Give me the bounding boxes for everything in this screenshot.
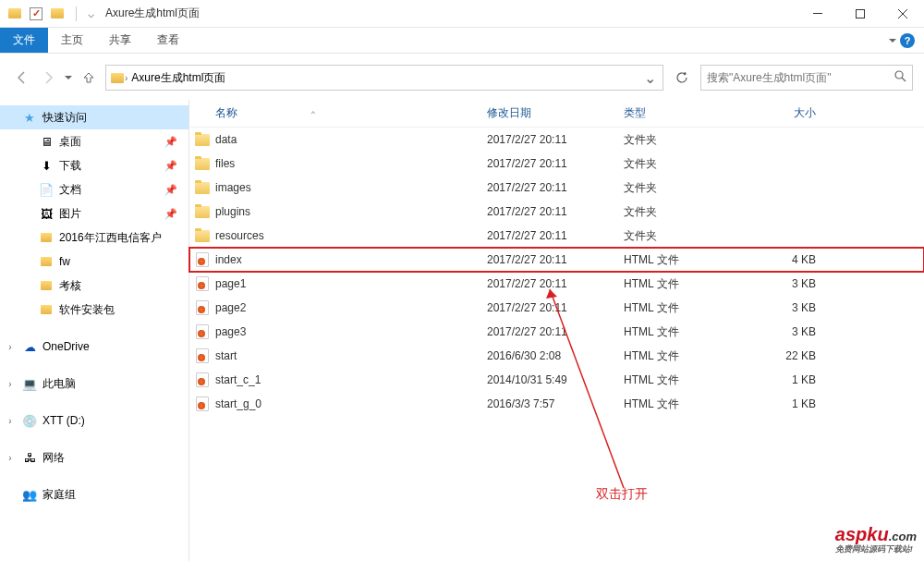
file-row[interactable]: images2017/2/27 20:11文件夹 [189, 176, 924, 200]
app-folder-icon [7, 6, 22, 21]
network-icon: 🖧 [22, 450, 37, 465]
file-name: start [215, 349, 480, 362]
file-type: HTML 文件 [616, 372, 746, 388]
search-icon[interactable] [894, 69, 906, 86]
file-row[interactable]: page12017/2/27 20:11HTML 文件3 KB [189, 272, 924, 296]
svg-rect-1 [857, 9, 865, 18]
star-icon: ★ [22, 110, 37, 125]
sidebar-this-pc[interactable]: › 💻 此电脑 [0, 372, 188, 396]
minimize-button[interactable] [796, 0, 839, 28]
column-name[interactable]: 名称 ^ [189, 105, 480, 121]
sidebar-onedrive[interactable]: › ☁ OneDrive [0, 335, 188, 359]
sidebar-desktop[interactable]: 🖥 桌面 📌 [0, 129, 188, 153]
svg-rect-0 [813, 13, 822, 14]
expand-caret-icon[interactable]: › [4, 453, 17, 463]
refresh-button[interactable] [669, 65, 695, 91]
expand-caret-icon[interactable]: › [4, 379, 17, 389]
sidebar-drive[interactable]: › 💿 XTT (D:) [0, 409, 188, 433]
file-type: 文件夹 [616, 204, 746, 220]
expand-caret-icon[interactable]: › [4, 342, 17, 352]
qat-divider [76, 6, 77, 21]
column-size[interactable]: 大小 [746, 105, 825, 121]
file-list: data2017/2/27 20:11文件夹files2017/2/27 20:… [189, 128, 924, 416]
file-row[interactable]: index2017/2/27 20:11HTML 文件4 KB [189, 248, 924, 272]
qat-properties-icon[interactable]: ✓ [30, 7, 43, 20]
maximize-button[interactable] [839, 0, 881, 28]
folder-icon [39, 302, 54, 317]
file-type: 文件夹 [616, 180, 746, 196]
sidebar-network[interactable]: › 🖧 网络 [0, 445, 188, 470]
folder-icon [39, 254, 54, 269]
ribbon-tabs: 文件 主页 共享 查看 ? [0, 28, 924, 54]
tab-share[interactable]: 共享 [96, 28, 144, 53]
file-type: HTML 文件 [616, 396, 746, 412]
file-row[interactable]: files2017/2/27 20:11文件夹 [189, 152, 924, 176]
file-size: 1 KB [746, 397, 825, 410]
file-type: HTML 文件 [616, 324, 746, 340]
file-row[interactable]: start_g_02016/3/3 7:57HTML 文件1 KB [189, 392, 924, 416]
column-type[interactable]: 类型 [616, 105, 746, 121]
file-size: 22 KB [746, 349, 825, 362]
file-row[interactable]: resources2017/2/27 20:11文件夹 [189, 224, 924, 248]
file-name: page3 [215, 325, 480, 338]
history-dropdown-icon[interactable] [63, 76, 74, 79]
svg-line-5 [902, 78, 906, 81]
file-name: page1 [215, 277, 480, 290]
sidebar-pictures[interactable]: 🖼 图片 📌 [0, 201, 188, 226]
file-row[interactable]: plugins2017/2/27 20:11文件夹 [189, 200, 924, 224]
file-date: 2017/2/27 20:11 [480, 253, 616, 266]
expand-caret-icon[interactable]: › [4, 416, 17, 426]
onedrive-icon: ☁ [22, 339, 37, 354]
breadcrumb-segment[interactable]: Axure生成html页面 [128, 70, 229, 86]
file-type: 文件夹 [616, 156, 746, 172]
sidebar-custom-folder-2[interactable]: fw [0, 250, 188, 274]
back-button[interactable] [11, 67, 33, 89]
address-dropdown-icon[interactable]: ⌄ [640, 69, 659, 87]
file-type: HTML 文件 [616, 276, 746, 292]
qat-folder-icon[interactable] [50, 6, 65, 21]
sidebar-homegroup[interactable]: 👥 家庭组 [0, 482, 188, 506]
file-date: 2016/3/3 7:57 [480, 397, 616, 410]
search-box[interactable] [700, 65, 913, 91]
svg-point-4 [895, 71, 903, 79]
file-row[interactable]: page32017/2/27 20:11HTML 文件3 KB [189, 320, 924, 344]
qat-overflow-icon[interactable]: ⌵ [88, 7, 94, 20]
help-icon[interactable]: ? [900, 33, 915, 48]
file-row[interactable]: start_c_12014/10/31 5:49HTML 文件1 KB [189, 368, 924, 392]
folder-icon [39, 278, 54, 293]
folder-icon [39, 230, 54, 245]
file-date: 2017/2/27 20:11 [480, 157, 616, 170]
pictures-icon: 🖼 [39, 206, 54, 221]
sidebar-custom-folder-4[interactable]: 软件安装包 [0, 298, 188, 322]
html-file-icon [189, 252, 215, 267]
folder-icon [189, 158, 215, 170]
sidebar-custom-folder-1[interactable]: 2016年江西电信客户 [0, 226, 188, 250]
sidebar-quick-access[interactable]: ★ 快速访问 [0, 105, 188, 129]
column-date[interactable]: 修改日期 [480, 105, 616, 121]
computer-icon: 💻 [22, 376, 37, 391]
folder-icon [189, 206, 215, 218]
forward-button[interactable] [37, 67, 59, 89]
tab-home[interactable]: 主页 [48, 28, 96, 53]
sidebar-downloads[interactable]: ⬇ 下载 📌 [0, 153, 188, 177]
file-row[interactable]: data2017/2/27 20:11文件夹 [189, 128, 924, 152]
tab-file[interactable]: 文件 [0, 28, 48, 53]
tab-view[interactable]: 查看 [144, 28, 192, 53]
file-type: HTML 文件 [616, 252, 746, 268]
file-row[interactable]: start2016/6/30 2:08HTML 文件22 KB [189, 344, 924, 368]
html-file-icon [189, 396, 215, 411]
file-size: 4 KB [746, 253, 825, 266]
up-button[interactable] [78, 67, 100, 89]
file-name: files [215, 157, 480, 170]
close-button[interactable] [881, 0, 924, 28]
file-row[interactable]: page22017/2/27 20:11HTML 文件3 KB [189, 296, 924, 320]
sort-indicator-icon: ^ [311, 109, 315, 117]
address-bar[interactable]: › Axure生成html页面 ⌄ [105, 65, 663, 91]
ribbon-collapse-icon[interactable] [889, 39, 896, 43]
sidebar-custom-folder-3[interactable]: 考核 [0, 274, 188, 298]
html-file-icon [189, 324, 215, 339]
sidebar-documents[interactable]: 📄 文档 📌 [0, 177, 188, 201]
file-date: 2017/2/27 20:11 [480, 133, 616, 146]
pin-icon: 📌 [164, 184, 177, 196]
search-input[interactable] [707, 71, 894, 84]
